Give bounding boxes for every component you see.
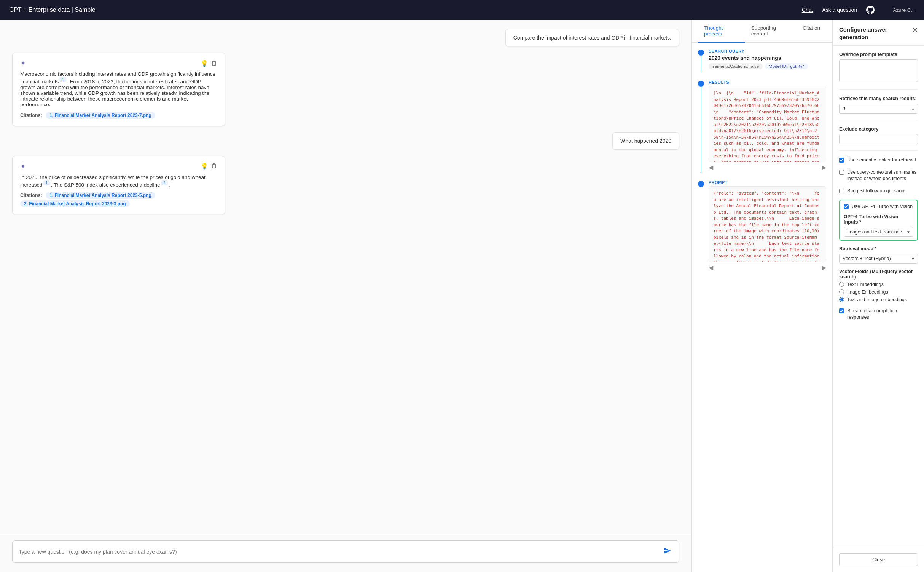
step-tag-semantic: semanticCaptions: false [709, 63, 763, 69]
retrieval-mode-select[interactable]: Vectors + Text (Hybrid) Vectors only Tex… [839, 254, 918, 264]
radio-text-embeddings-input[interactable] [839, 282, 844, 287]
nav-chat[interactable]: Chat [802, 7, 813, 13]
checkbox-follow-up-input[interactable] [839, 189, 844, 193]
github-icon[interactable] [866, 6, 875, 14]
citation-badge-1-1[interactable]: 1. Financial Market Analysis Report 2023… [46, 112, 155, 119]
step-label-prompt: Prompt [709, 180, 826, 185]
bot-message-2-text3: . [169, 182, 170, 187]
bot-sparkle-icon-2: ✦ [20, 162, 26, 171]
search-results-label: Retrieve this many search results: [839, 96, 918, 101]
checkbox-query-summaries: Use query-contextual summaries instead o… [839, 169, 918, 182]
checkbox-gpt4-turbo-input[interactable] [844, 204, 849, 209]
checkbox-semantic-ranker-input[interactable] [839, 158, 844, 163]
citation-link-2-2[interactable]: 2 [161, 180, 168, 185]
exclude-category-input[interactable] [839, 134, 918, 144]
bot-message-2-body: In 2020, the price of oil decreased sign… [20, 174, 217, 188]
configure-close-button[interactable]: ✕ [912, 26, 918, 34]
search-results-input[interactable] [839, 104, 918, 114]
user-message-2: What happened 2020 [612, 132, 679, 150]
chat-input[interactable] [19, 549, 662, 555]
checkbox-query-summaries-input[interactable] [839, 170, 844, 175]
retrieval-mode-section: Retrieval mode * Vectors + Text (Hybrid)… [839, 246, 918, 264]
checkbox-semantic-ranker-label: Use semantic ranker for retrieval [847, 157, 916, 164]
gpt4-turbo-inputs-section: GPT-4 Turbo with Vision Inputs * Images … [844, 214, 913, 237]
step-line-wrapper-3 [698, 180, 704, 273]
checkbox-follow-up: Suggest follow-up questions [839, 188, 918, 195]
vector-fields-label: Vector Fields (Multi-query vector search… [839, 269, 918, 280]
citation-link-1[interactable]: 1 [59, 77, 66, 82]
citation-badge-2-1[interactable]: 1. Financial Market Analysis Report 2023… [46, 192, 155, 199]
tab-thought-process[interactable]: Thought process [698, 20, 745, 43]
checkbox-stream-input[interactable] [839, 308, 844, 313]
bot-sparkle-icon: ✦ [20, 59, 26, 67]
scroll-right-arrow[interactable]: ▶ [822, 164, 826, 171]
citations-label-2: Citations: [20, 193, 42, 198]
chat-panel: Compare the impact of interest rates and… [0, 20, 692, 572]
send-button[interactable] [662, 545, 673, 558]
bot-message-2: ✦ 💡 🗑 In 2020, the price of oil decrease… [12, 156, 225, 215]
step-body-results: Results [\n {\n "id": "file-Financial_Ma… [709, 80, 826, 173]
radio-text-embeddings: Text Embeddings [839, 282, 918, 287]
configure-panel: Configure answer generation ✕ Override p… [833, 20, 924, 572]
header-nav: Chat Ask a question Azure C... [802, 6, 915, 14]
lightbulb-icon[interactable]: 💡 [201, 60, 208, 67]
nav-ask-question[interactable]: Ask a question [822, 7, 857, 13]
citation-link-2-1[interactable]: 1 [43, 180, 50, 185]
prompt-scroll-controls: ◀ ▶ [709, 262, 826, 273]
step-body-prompt: Prompt {"role": "system", "content": "\\… [709, 180, 826, 273]
override-prompt-section: Override prompt template [839, 52, 918, 83]
override-prompt-textarea[interactable] [839, 59, 918, 82]
bot-message-2-header: ✦ 💡 🗑 [20, 162, 217, 171]
step-dot-2 [698, 81, 704, 87]
step-prompt-code[interactable]: {"role": "system", "content": "\\n You a… [709, 186, 826, 262]
vector-fields-section: Vector Fields (Multi-query vector search… [839, 269, 918, 302]
retrieval-mode-select-wrapper: Vectors + Text (Hybrid) Vectors only Tex… [839, 254, 918, 264]
bot-message-2-citations: Citations: 1. Financial Market Analysis … [20, 191, 217, 208]
scroll-left-arrow[interactable]: ◀ [709, 164, 713, 171]
divider-1 [839, 89, 918, 90]
radio-text-image-embeddings: Text and Image embeddings [839, 297, 918, 302]
chat-input-area [0, 534, 691, 572]
citations-label-1: Citations: [20, 113, 42, 118]
step-title-search: 2020 events and happenings [709, 55, 826, 61]
citation-badge-2-2[interactable]: 2. Financial Market Analysis Report 2023… [20, 200, 130, 207]
lightbulb-icon-2[interactable]: 💡 [201, 163, 208, 170]
step-line-wrapper-1 [698, 49, 704, 72]
gpt4-vision-select-wrapper: Images and text from index Images only T… [844, 227, 913, 237]
radio-text-embeddings-label: Text Embeddings [847, 282, 884, 287]
exclude-category-section: Exclude category [839, 126, 918, 144]
step-label-search: Search Query [709, 49, 826, 53]
step-tag-model: Model ID: "gpt-4v" [765, 63, 808, 69]
main-layout: Compare the impact of interest rates and… [0, 20, 924, 572]
step-tags-search: semanticCaptions: false Model ID: "gpt-4… [709, 63, 826, 69]
prompt-scroll-right[interactable]: ▶ [822, 264, 826, 271]
chat-input-box [12, 540, 679, 563]
checkbox-stream-label: Stream chat completion responses [847, 308, 918, 321]
radio-text-image-embeddings-input[interactable] [839, 297, 844, 302]
configure-close-footer-button[interactable]: Close [839, 553, 918, 566]
gpt4-vision-select[interactable]: Images and text from index Images only T… [844, 227, 913, 237]
radio-image-embeddings-input[interactable] [839, 289, 844, 294]
app-title: GPT + Enterprise data | Sample [9, 6, 802, 13]
bot-message-2-text2: . The S&P 500 index also experienced a d… [51, 182, 160, 187]
step-line-1 [701, 56, 701, 72]
configure-footer: Close [833, 547, 924, 572]
tab-supporting-content[interactable]: Supporting content [745, 20, 797, 43]
user-message-1: Compare the impact of interest rates and… [505, 29, 679, 46]
override-prompt-label: Override prompt template [839, 52, 918, 57]
prompt-scroll-left[interactable]: ◀ [709, 264, 713, 271]
step-results-code[interactable]: [\n {\n "id": "file-Financial_Market_Ana… [709, 86, 826, 162]
step-label-results: Results [709, 80, 826, 85]
azure-label: Azure C... [893, 7, 915, 13]
step-dot-3 [698, 181, 704, 187]
step-dot-1 [698, 50, 704, 56]
thought-step-search: Search Query 2020 events and happenings … [698, 49, 826, 72]
configure-body: Override prompt template Retrieve this m… [833, 46, 924, 327]
trash-icon-2[interactable]: 🗑 [211, 163, 217, 170]
trash-icon[interactable]: 🗑 [211, 60, 217, 67]
retrieval-mode-label: Retrieval mode * [839, 246, 918, 251]
bot-message-1: ✦ 💡 🗑 Macroeconomic factors including in… [12, 53, 225, 126]
exclude-category-label: Exclude category [839, 126, 918, 132]
tab-citation[interactable]: Citation [797, 20, 826, 43]
radio-image-embeddings-label: Image Embeddings [847, 289, 888, 295]
